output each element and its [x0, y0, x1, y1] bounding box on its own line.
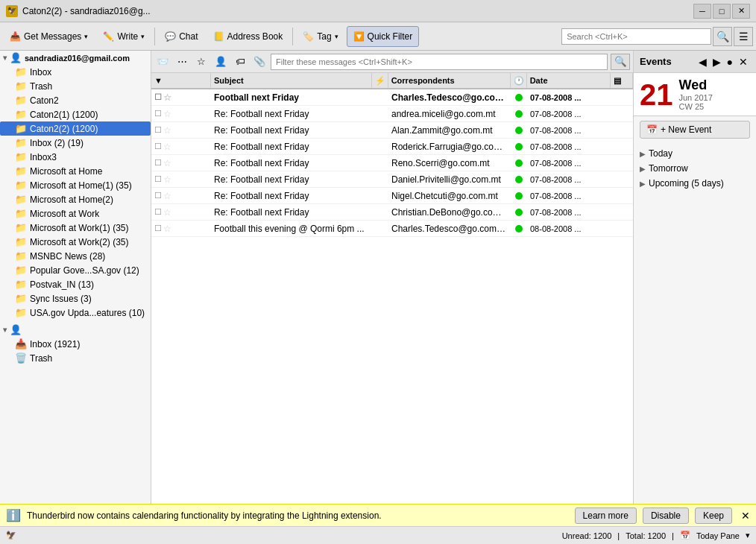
total-count: Total: 1200 — [626, 531, 666, 540]
folder-icon: 📁 — [15, 250, 27, 262]
sidebar-folder-1[interactable]: 📁Trash — [0, 79, 151, 93]
cal-section-today[interactable]: ▶ Today — [640, 146, 750, 161]
thread-col-icon[interactable]: ⋯ — [174, 54, 190, 70]
message-list: ☐ ☆ Football next Friday Charles.Tedesco… — [151, 89, 633, 504]
get-messages-button[interactable]: 📥 Get Messages ▾ — [3, 26, 95, 47]
search-button[interactable]: 🔍 — [713, 27, 732, 46]
cal-close-button[interactable]: ✕ — [737, 56, 750, 68]
sidebar-folder-7[interactable]: 📁Microsoft at Home — [0, 164, 151, 178]
star-0[interactable]: ☆ — [163, 92, 171, 103]
statusbar: 🦅 Unread: 1200 | Total: 1200 | 📅 Today P… — [0, 526, 756, 544]
star-8[interactable]: ☆ — [163, 224, 171, 234]
msg-subject-5: Re: Football next Friday — [211, 174, 372, 185]
read-icon-2: ☐ — [154, 125, 162, 135]
folder-icon: 📁 — [15, 123, 27, 134]
attach-col-icon[interactable]: 📎 — [251, 54, 268, 70]
keep-button[interactable]: Keep — [695, 507, 732, 524]
col-header-date[interactable]: Date — [527, 73, 611, 88]
filter-search-button[interactable]: 🔍 — [611, 54, 630, 70]
col-header-extra[interactable]: ▤ — [611, 73, 633, 88]
get-msg-icon[interactable]: 📨 — [154, 54, 171, 70]
sidebar-folder-16[interactable]: 📁Sync Issues (3) — [0, 291, 151, 306]
col-header-msgicon[interactable]: 🕐 — [511, 73, 527, 88]
message-row-4[interactable]: ☐ ☆ Re: Football next Friday Reno.Scerri… — [151, 155, 633, 171]
star-2[interactable]: ☆ — [163, 125, 171, 136]
msg-subject-6: Re: Football next Friday — [211, 191, 372, 201]
cal-section-tomorrow[interactable]: ▶ Tomorrow — [640, 161, 750, 176]
message-row-2[interactable]: ☐ ☆ Re: Football next Friday Alan.Zammit… — [151, 122, 633, 139]
sidebar-folder-13[interactable]: 📁MSNBC News (28) — [0, 249, 151, 263]
sidebar-folder-17[interactable]: 📁USA.gov Upda...eatures (10) — [0, 306, 151, 320]
msg-date-5: 07-08-2008 ... — [527, 175, 611, 184]
chat-icon: 💬 — [165, 31, 176, 42]
cal-today-button[interactable]: ● — [725, 56, 735, 68]
close-notification-button[interactable]: ✕ — [741, 510, 750, 522]
sidebar-folder-14[interactable]: 📁Popular Gove...SA.gov (12) — [0, 263, 151, 277]
message-row-1[interactable]: ☐ ☆ Re: Football next Friday andrea.mice… — [151, 106, 633, 122]
sidebar-folder-8[interactable]: 📁Microsoft at Home(1) (35) — [0, 178, 151, 192]
message-row-0[interactable]: ☐ ☆ Football next Friday Charles.Tedesco… — [151, 89, 633, 106]
col-header-icons[interactable]: ▼ — [151, 73, 211, 88]
sidebar-folder-11[interactable]: 📁Microsoft at Work(1) (35) — [0, 221, 151, 235]
read-icon-0: ☐ — [154, 92, 162, 102]
maximize-button[interactable]: □ — [713, 4, 731, 19]
close-button[interactable]: ✕ — [732, 4, 750, 19]
write-button[interactable]: ✏️ Write ▾ — [96, 26, 151, 47]
sidebar-folder-2[interactable]: 📁Caton2 — [0, 93, 151, 107]
chat-button[interactable]: 💬 Chat — [158, 26, 204, 47]
search-input[interactable] — [561, 28, 711, 45]
sidebar-folder-3[interactable]: 📁Caton2(1) (1200) — [0, 107, 151, 121]
tag-label: Tag — [317, 31, 331, 42]
contact-col-icon[interactable]: 👤 — [212, 54, 229, 70]
star-1[interactable]: ☆ — [163, 109, 171, 119]
cal-section-upcoming[interactable]: ▶ Upcoming (5 days) — [640, 176, 750, 191]
tag-col-icon[interactable]: 🏷 — [232, 54, 248, 70]
sidebar-account2-folder-0[interactable]: 📥Inbox (1921) — [0, 337, 151, 351]
calendar-icon-small: 📅 — [680, 531, 690, 540]
filter-messages-input[interactable] — [271, 54, 608, 70]
sidebar-folder-15[interactable]: 📁Postvak_IN (13) — [0, 277, 151, 291]
sidebar-folder-6[interactable]: 📁Inbox3 — [0, 150, 151, 164]
cal-next-button[interactable]: ▶ — [711, 56, 723, 68]
message-row-3[interactable]: ☐ ☆ Re: Football next Friday Roderick.Fa… — [151, 139, 633, 155]
sidebar-folder-4[interactable]: 📁Caton2(2) (1200) — [0, 121, 151, 136]
account-2-header[interactable]: ▾ 👤 — [0, 323, 151, 337]
msg-subject-1: Re: Football next Friday — [211, 109, 372, 119]
read-icon-4: ☐ — [154, 158, 162, 168]
star-3[interactable]: ☆ — [163, 142, 171, 152]
col-header-correspondents[interactable]: Correspondents — [388, 73, 511, 88]
sidebar-folder-9[interactable]: 📁Microsoft at Home(2) — [0, 192, 151, 206]
sidebar-folder-5[interactable]: 📁Inbox (2) (19) — [0, 136, 151, 150]
sidebar-folder-0[interactable]: 📁Inbox — [0, 65, 151, 79]
star-4[interactable]: ☆ — [163, 158, 171, 168]
message-row-5[interactable]: ☐ ☆ Re: Football next Friday Daniel.Priv… — [151, 171, 633, 188]
star-7[interactable]: ☆ — [163, 207, 171, 218]
tag-button[interactable]: 🏷️ Tag ▾ — [296, 26, 344, 47]
folder-icon: 📁 — [15, 80, 27, 92]
msg-correspondent-2: Alan.Zammit@go.com.mt — [388, 125, 511, 136]
sidebar-folder-12[interactable]: 📁Microsoft at Work(2) (35) — [0, 235, 151, 249]
star-6[interactable]: ☆ — [163, 191, 171, 201]
col-header-subject[interactable]: Subject — [211, 73, 372, 88]
folder-icon: 📁 — [15, 151, 27, 162]
sidebar-account2-folder-1[interactable]: 🗑️Trash — [0, 351, 151, 365]
cal-prev-button[interactable]: ◀ — [696, 56, 709, 68]
sidebar-folder-10[interactable]: 📁Microsoft at Work — [0, 206, 151, 221]
quick-filter-button[interactable]: 🔽 Quick Filter — [347, 26, 420, 47]
col-header-thread[interactable]: ⚡ — [372, 73, 388, 88]
today-pane-dropdown[interactable]: ▾ — [746, 531, 750, 540]
folder-icon: 📁 — [15, 222, 27, 233]
message-row-8[interactable]: ☐ ☆ Football this evening @ Qormi 6pm ..… — [151, 221, 633, 237]
new-event-button[interactable]: 📅 + New Event — [640, 121, 750, 139]
star-col-icon[interactable]: ☆ — [193, 54, 210, 70]
menu-button[interactable]: ☰ — [734, 27, 753, 46]
message-row-7[interactable]: ☐ ☆ Re: Football next Friday Christian.D… — [151, 204, 633, 221]
disable-button[interactable]: Disable — [643, 507, 689, 524]
account-1-header[interactable]: ▾ 👤 sandradiaz016@gmail.com — [0, 51, 151, 65]
upcoming-twisty: ▶ — [640, 180, 646, 188]
message-row-6[interactable]: ☐ ☆ Re: Football next Friday Nigel.Chetc… — [151, 188, 633, 204]
minimize-button[interactable]: ─ — [693, 4, 711, 19]
address-book-button[interactable]: 📒 Address Book — [207, 26, 290, 47]
learn-more-button[interactable]: Learn more — [575, 507, 637, 524]
star-5[interactable]: ☆ — [163, 174, 171, 185]
